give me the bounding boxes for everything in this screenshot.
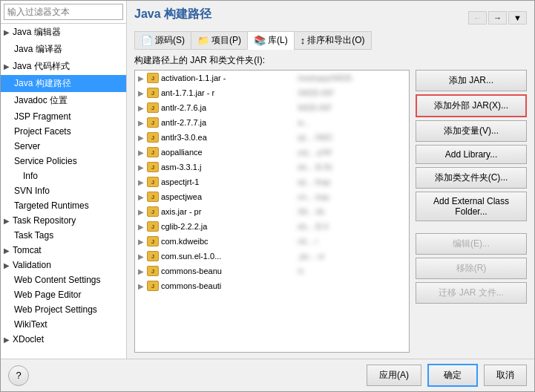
sidebar-item-label: Web Project Settings [14,304,97,315]
add-class-folder-button[interactable]: 添加类文件夹(C)... [416,167,527,189]
apply-button[interactable]: 应用(A) [367,365,421,386]
tab-label: 库(L) [268,34,288,47]
jar-path: /W... lib [298,207,324,216]
jar-icon: J [147,236,159,246]
forward-button[interactable]: → [488,11,507,24]
jar-list-item[interactable]: ▶Jasm-3.3.1.jeb... B-IN [135,160,409,174]
expand-arrow-icon: ▶ [4,246,11,255]
sidebar-item[interactable]: SVN Info [1,183,126,198]
jar-list-item[interactable]: ▶Jaspectjrt-1eji... /bap [135,174,409,189]
cancel-button[interactable]: 取消 [484,365,527,386]
jar-list-item[interactable]: ▶Jant-1.7.1.jar - r/WEB-INF [135,85,409,100]
tab-label: 排序和导出(O) [307,34,364,47]
buttons-panel: 添加 JAR... 添加外部 JAR(X)... 添加变量(V)... Add … [416,70,527,353]
jar-icon: J [147,206,159,217]
jar-name: antlr3-3.0.ea [161,133,295,142]
add-external-jar-button[interactable]: 添加外部 JAR(X)... [416,94,527,117]
sidebar-item-label: Java 构建路径 [14,77,71,90]
jar-list-item[interactable]: ▶Jcom.sun.el-1.0....jar... or [135,249,409,264]
jar-name: aspectjwea [161,192,295,201]
jar-expand-icon: ▶ [138,252,147,261]
jar-list-item[interactable]: ▶Jcom.kdweibcntl... r [135,234,409,249]
jar-list-item[interactable]: ▶Jaxis.jar - pr/W... lib [135,204,409,219]
jar-list-item[interactable]: ▶Jantlr3-3.0.eaeji... /WEI [135,130,409,145]
jar-icon: J [147,192,159,202]
sidebar-item[interactable]: Java 构建路径 [1,75,126,92]
jar-name: asm-3.3.1.j [161,163,295,172]
sidebar-item[interactable]: Project Facets [1,124,126,139]
add-external-class-folder-button[interactable]: Add External Class Folder... [416,192,527,221]
jar-name: ant-1.7.1.jar - r [161,88,295,97]
tab-button[interactable]: 📁项目(P) [191,31,247,50]
jar-list-item[interactable]: ▶Jantlr-2.7.6.jaWEB-INF [135,100,409,115]
jar-name: com.kdweibc [161,237,295,246]
sidebar-item[interactable]: Java 编译器 [1,41,126,58]
sidebar-item[interactable]: Web Project Settings [1,302,126,317]
tab-button[interactable]: 📄源码(S) [134,31,191,50]
sidebar-item[interactable]: Task Tags [1,228,126,243]
edit-button[interactable]: 编辑(E)... [416,233,527,255]
sidebar-item[interactable]: Javadoc 位置 [1,92,126,109]
sidebar-item[interactable]: ▶XDoclet [1,332,126,347]
jar-list-item[interactable]: ▶Jaspectjweaon... bap [135,189,409,204]
jar-list-item[interactable]: ▶Jactivation-1.1.jar -i/webapp/WEB- [135,71,409,85]
filter-input[interactable] [4,4,123,20]
add-library-button[interactable]: Add Library... [416,145,527,164]
ok-button[interactable]: 确定 [427,364,478,387]
add-jar-button[interactable]: 添加 JAR... [416,70,527,91]
jar-expand-icon: ▶ [138,208,147,216]
sidebar-item-label: Java 代码样式 [13,60,70,73]
sidebar-item[interactable]: JSP Fragment [1,109,126,124]
nav-arrow-group: ← → ▼ [468,11,527,24]
jar-expand-icon: ▶ [138,134,147,142]
sidebar-item[interactable]: Server [1,139,126,154]
jar-path: ntl... r [298,237,318,246]
sidebar-item[interactable]: WikiText [1,317,126,332]
jar-icon: J [147,73,159,83]
jar-path: w... [298,118,310,127]
jar-name: com.sun.el-1.0... [161,252,295,261]
jar-list-item[interactable]: ▶Jantlr-2.7.7.jaw... [135,115,409,130]
sidebar-item[interactable]: Web Page Editor [1,287,126,302]
jar-expand-icon: ▶ [138,282,147,290]
sidebar-item[interactable]: Service Policies [1,154,126,169]
jar-name: commons-beauti [161,281,295,290]
add-variable-button[interactable]: 添加变量(V)... [416,120,527,142]
sidebar-item[interactable]: ▶Java 代码样式 [1,58,126,75]
jar-list-item[interactable]: ▶Jcommons-beauti [135,278,409,293]
tab-button[interactable]: ↕排序和导出(O) [294,31,372,50]
jar-expand-icon: ▶ [138,74,147,82]
sidebar-item[interactable]: ▶Java 编辑器 [1,24,126,41]
sidebar-item-label: Service Policies [14,156,77,166]
sidebar-item[interactable]: Info [1,169,126,183]
jar-expand-icon: ▶ [138,119,147,127]
migrate-jar-button[interactable]: 迁移 JAR 文件... [416,282,527,304]
sidebar-item[interactable]: ▶Tomcat [1,243,126,258]
expand-arrow-icon: ▶ [4,28,11,36]
tab-button[interactable]: 📚库(L) [247,31,294,50]
sidebar-list: ▶Java 编辑器Java 编译器▶Java 代码样式Java 构建路径Java… [1,24,126,359]
sidebar-item[interactable]: ▶Task Repository [1,213,126,228]
back-button[interactable]: ← [468,11,487,24]
jar-expand-icon: ▶ [138,148,147,157]
jar-list-item[interactable]: ▶Jcommons-beanu/v [135,264,409,278]
jar-icon: J [147,102,159,113]
jar-path: /v [298,267,304,275]
remove-button[interactable]: 移除(R) [416,258,527,279]
jar-path: eji... /WEI [298,133,332,142]
jar-list-item[interactable]: ▶Jaopallianceyej... p/W [135,145,409,160]
toolbar-tabs: 📄源码(S)📁项目(P)📚库(L)↕排序和导出(O) [134,31,527,50]
sidebar-item[interactable]: Web Content Settings [1,272,126,287]
dropdown-button[interactable]: ▼ [508,11,527,24]
jar-name: aspectjrt-1 [161,177,295,186]
jar-icon: J [147,266,159,276]
jar-list: ▶Jactivation-1.1.jar -i/webapp/WEB-▶Jant… [135,71,409,352]
jar-list-item[interactable]: ▶Jcglib-2.2.2.jaeb... B-II [135,219,409,234]
sidebar-item-label: SVN Info [14,186,50,196]
sidebar-item[interactable]: ▶Validation [1,258,126,272]
help-button[interactable]: ? [8,365,29,386]
jar-expand-icon: ▶ [138,104,147,112]
sidebar-item[interactable]: Targeted Runtimes [1,198,126,213]
jar-icon: J [147,88,159,98]
jar-icon: J [147,147,159,157]
